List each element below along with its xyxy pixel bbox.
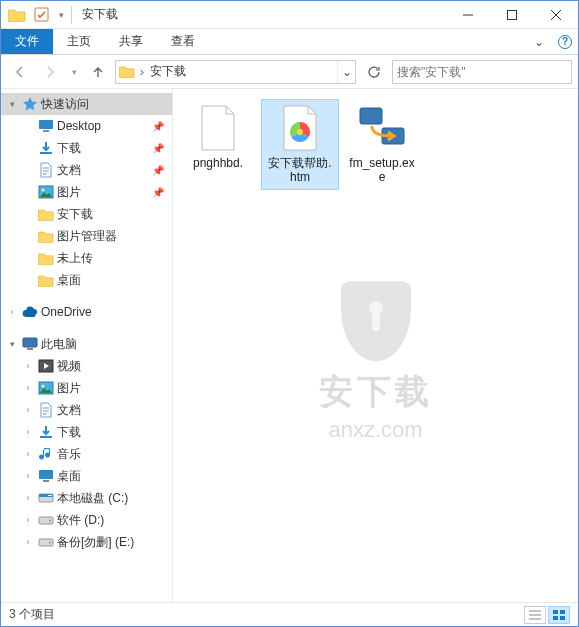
maximize-button[interactable] [490, 1, 534, 29]
tree-quick-item[interactable]: 图片📌 [1, 181, 172, 203]
breadcrumb-sep[interactable]: › [138, 65, 146, 79]
folder-icon [116, 61, 138, 83]
tree-quick-access[interactable]: ▾ 快速访问 [1, 93, 172, 115]
address-bar-row: ▾ › 安下载 ⌄ [1, 55, 578, 89]
tree-pc-item[interactable]: ›视频 [1, 355, 172, 377]
svg-rect-7 [27, 348, 33, 350]
cloud-icon [21, 303, 39, 321]
chevron-down-icon[interactable]: ▾ [5, 337, 19, 351]
address-bar[interactable]: › 安下载 ⌄ [115, 60, 356, 84]
chevron-right-icon[interactable]: › [21, 513, 35, 527]
chevron-right-icon[interactable]: › [21, 491, 35, 505]
recent-locations-icon[interactable]: ▾ [67, 59, 81, 85]
ribbon-tabs: 文件 主页 共享 查看 ⌄ ? [1, 29, 578, 55]
pin-icon: 📌 [152, 187, 164, 198]
search-input[interactable] [397, 65, 567, 79]
svg-rect-12 [43, 480, 49, 482]
folder-icon [37, 227, 55, 245]
tree-pc-item[interactable]: ›备份[勿删] (E:) [1, 531, 172, 553]
svg-rect-21 [360, 108, 382, 124]
drive-c-icon [37, 489, 55, 507]
chevron-right-icon[interactable]: › [21, 403, 35, 417]
pictures-icon [37, 183, 55, 201]
drive-icon [37, 533, 55, 551]
properties-icon[interactable] [31, 5, 51, 25]
tree-pc-item[interactable]: ›本地磁盘 (C:) [1, 487, 172, 509]
back-button[interactable] [7, 59, 33, 85]
tree-label: 下载 [57, 140, 81, 157]
tab-file[interactable]: 文件 [1, 29, 53, 54]
forward-button[interactable] [37, 59, 63, 85]
downloads-icon [37, 139, 55, 157]
chevron-right-icon[interactable]: › [21, 381, 35, 395]
tree-pc-item[interactable]: ›下载 [1, 421, 172, 443]
svg-rect-24 [560, 610, 565, 614]
tree-label: 图片管理器 [57, 228, 117, 245]
tree-label: 下载 [57, 424, 81, 441]
pictures-icon [37, 379, 55, 397]
tree-quick-item[interactable]: Desktop📌 [1, 115, 172, 137]
svg-point-17 [49, 520, 51, 522]
tree-pc-item[interactable]: ›文档 [1, 399, 172, 421]
tree-onedrive[interactable]: › OneDrive [1, 301, 172, 323]
tree-pc-item[interactable]: ›软件 (D:) [1, 509, 172, 531]
tree-quick-item[interactable]: 文档📌 [1, 159, 172, 181]
tree-pc-item[interactable]: ›图片 [1, 377, 172, 399]
minimize-button[interactable] [446, 1, 490, 29]
up-button[interactable] [85, 59, 111, 85]
breadcrumb[interactable]: 安下载 [146, 63, 337, 80]
tab-share[interactable]: 共享 [105, 29, 157, 54]
ribbon-expand-icon[interactable]: ⌄ [526, 29, 552, 54]
svg-rect-11 [39, 470, 53, 479]
navigation-tree[interactable]: ▾ 快速访问 Desktop📌下载📌文档📌图片📌安下载图片管理器未上传桌面 › … [1, 89, 173, 602]
view-icons-button[interactable] [548, 606, 570, 624]
tree-quick-item[interactable]: 桌面 [1, 269, 172, 291]
desktop-icon [37, 117, 55, 135]
file-item[interactable]: pnghhbd. [179, 99, 257, 190]
tree-pc-item[interactable]: ›桌面 [1, 465, 172, 487]
tree-this-pc[interactable]: ▾ 此电脑 [1, 333, 172, 355]
tab-home[interactable]: 主页 [53, 29, 105, 54]
tree-pc-item[interactable]: ›音乐 [1, 443, 172, 465]
tree-label: 未上传 [57, 250, 93, 267]
chevron-right-icon[interactable]: › [21, 359, 35, 373]
tree-label: 快速访问 [41, 96, 89, 113]
close-button[interactable] [534, 1, 578, 29]
tab-view[interactable]: 查看 [157, 29, 209, 54]
search-box[interactable] [392, 60, 572, 84]
tree-label: 音乐 [57, 446, 81, 463]
svg-rect-15 [48, 495, 52, 496]
tree-label: 备份[勿删] (E:) [57, 534, 134, 551]
svg-rect-26 [560, 616, 565, 620]
view-details-button[interactable] [524, 606, 546, 624]
music-icon [37, 445, 55, 463]
chevron-right-icon[interactable]: › [21, 535, 35, 549]
help-icon[interactable]: ? [552, 29, 578, 54]
watermark: 安下载 anxz.com [319, 281, 433, 443]
tree-label: 图片 [57, 380, 81, 397]
file-view[interactable]: 安下载 anxz.com pnghhbd.安下载帮助.htmfm_setup.e… [173, 89, 578, 602]
tree-quick-item[interactable]: 图片管理器 [1, 225, 172, 247]
file-item[interactable]: fm_setup.exe [343, 99, 421, 190]
chevron-right-icon[interactable]: › [21, 469, 35, 483]
svg-rect-1 [508, 10, 517, 19]
qat-dropdown-icon[interactable]: ▾ [55, 5, 67, 25]
file-item[interactable]: 安下载帮助.htm [261, 99, 339, 190]
chevron-right-icon[interactable]: › [5, 305, 19, 319]
pin-icon: 📌 [152, 121, 164, 132]
refresh-button[interactable] [360, 60, 388, 84]
svg-rect-25 [553, 616, 558, 620]
tree-quick-item[interactable]: 安下载 [1, 203, 172, 225]
tree-quick-item[interactable]: 未上传 [1, 247, 172, 269]
tree-quick-item[interactable]: 下载📌 [1, 137, 172, 159]
chevron-down-icon[interactable]: ▾ [5, 97, 19, 111]
chevron-right-icon[interactable]: › [21, 425, 35, 439]
address-dropdown-icon[interactable]: ⌄ [337, 61, 355, 83]
watermark-text-cn: 安下载 [319, 369, 433, 415]
svg-rect-6 [23, 338, 37, 347]
svg-rect-2 [39, 120, 53, 129]
chevron-right-icon[interactable]: › [21, 447, 35, 461]
tree-label: 安下载 [57, 206, 93, 223]
tree-label: 桌面 [57, 468, 81, 485]
downloads-icon [37, 423, 55, 441]
